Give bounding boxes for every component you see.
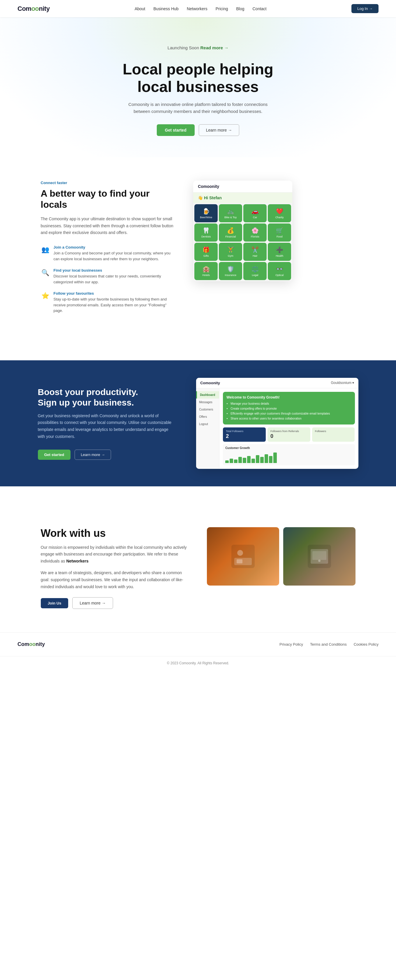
work-image-1 — [207, 527, 279, 585]
nav-link-about[interactable]: About — [135, 6, 146, 11]
app-category-bike-&-toy[interactable]: 🚲Bike & Toy — [219, 204, 242, 222]
feature-icon-2: ⭐ — [41, 291, 50, 301]
get-started-button[interactable]: Get started — [157, 124, 195, 136]
app-category-dentists[interactable]: 🦷Dentists — [194, 223, 218, 242]
app-category-florists[interactable]: 🌸Florists — [243, 223, 267, 242]
dashboard-body: DashboardMessagesCustomersOffersLogout W… — [196, 388, 358, 469]
boost-title: Boost your productivity. Sign up your bu… — [38, 387, 173, 408]
app-category-car[interactable]: 🚗Car — [243, 204, 267, 222]
work-right — [207, 527, 355, 585]
sidebar-item-offers[interactable]: Offers — [196, 413, 219, 420]
hero-badge: Launching Soon Read more → — [168, 45, 228, 51]
welcome-bullets: Manage your business detailsCreate compe… — [227, 401, 351, 421]
chart-bar — [269, 456, 272, 463]
learn-more-button[interactable]: Learn more → — [199, 124, 239, 136]
chart-bar — [265, 454, 268, 463]
feature-item-0: 👥 Join a Comoonity Join a Comoony and be… — [41, 245, 176, 262]
hero-badge-link[interactable]: Read more → — [200, 45, 228, 50]
sidebar-item-dashboard[interactable]: Dashboard — [196, 391, 219, 399]
boost-get-started-button[interactable]: Get started — [38, 450, 71, 460]
dashboard-welcome: Welcome to Comoonity Growth! Manage your… — [223, 392, 355, 425]
hero-section: Launching Soon Read more → Local people … — [0, 17, 396, 157]
chart-bar — [260, 457, 264, 463]
footer-link-terms-and-conditions[interactable]: Terms and Conditions — [310, 642, 347, 646]
footer: Comoonity Privacy PolicyTerms and Condit… — [0, 632, 396, 656]
nav-link-pricing[interactable]: Pricing — [215, 6, 228, 11]
connect-left: Connect faster A better way to find your… — [41, 181, 176, 320]
svg-point-7 — [318, 560, 320, 562]
app-grid: 🍺Beer/Wine🚲Bike & Toy🚗Car❤️Charity🦷Denti… — [193, 203, 292, 281]
mockup-greeting: 👋 Hi Stefan — [193, 192, 292, 203]
connect-right: Comoonity 👋 Hi Stefan 🍺Beer/Wine🚲Bike & … — [193, 181, 355, 281]
boost-right: Comoonity Gouldsonium ▾ DashboardMessage… — [196, 378, 358, 469]
footer-links: Privacy PolicyTerms and ConditionsCookie… — [279, 642, 379, 646]
app-category-gifts[interactable]: 🎁Gifts — [194, 243, 218, 261]
connect-label: Connect faster — [41, 181, 176, 185]
svg-rect-3 — [237, 559, 242, 563]
footer-copyright: © 2023 Comoonity. All Rights Reserved. — [0, 656, 396, 670]
chart-bar — [273, 452, 277, 463]
nav-link-blog[interactable]: Blog — [236, 6, 244, 11]
boost-left: Boost your productivity. Sign up your bu… — [38, 387, 173, 460]
app-category-insurance[interactable]: 🛡️Insurance — [219, 262, 242, 280]
join-us-button[interactable]: Join Us — [41, 598, 68, 608]
app-category-hotels[interactable]: 🏨Hotels — [194, 262, 218, 280]
features-list: 👥 Join a Comoonity Join a Comoony and be… — [41, 245, 176, 313]
nav-link-business-hub[interactable]: Business Hub — [153, 6, 178, 11]
navbar: Comoonity AboutBusiness HubNetworkersPri… — [0, 0, 396, 17]
dashboard-header: Comoonity Gouldsonium ▾ — [196, 378, 358, 388]
app-category-charity[interactable]: ❤️Charity — [268, 204, 291, 222]
hero-description: Comoonity is an innovative online platfo… — [128, 101, 268, 115]
app-category-gym[interactable]: 🏋️Gym — [219, 243, 242, 261]
boost-learn-more-button[interactable]: Learn more → — [74, 450, 111, 460]
sidebar-item-logout[interactable]: Logout — [196, 420, 219, 428]
feature-text-1: Find your local businesses Discover loca… — [54, 267, 176, 285]
logo[interactable]: Comoonity — [17, 5, 49, 13]
nav-link-networkers[interactable]: Networkers — [187, 6, 208, 11]
nav-link-contact[interactable]: Contact — [253, 6, 267, 11]
chart-bar — [230, 459, 233, 463]
dashboard-sidebar: DashboardMessagesCustomersOffersLogout — [196, 388, 219, 469]
app-mockup: Comoonity 👋 Hi Stefan 🍺Beer/Wine🚲Bike & … — [193, 181, 292, 281]
work-image-2 — [283, 527, 355, 585]
app-category-optical[interactable]: 👓Optical — [268, 262, 291, 280]
login-button[interactable]: Log In → — [352, 4, 379, 13]
work-desc1: Our mission is empowered by individuals … — [41, 544, 189, 565]
sidebar-item-customers[interactable]: Customers — [196, 406, 219, 413]
work-desc2: We are a team of strategists, designers,… — [41, 570, 189, 590]
work-section: Work with us Our mission is empowered by… — [23, 504, 373, 633]
work-learn-more-button[interactable]: Learn more → — [72, 597, 113, 609]
app-category-legal[interactable]: ⚖️Legal — [243, 262, 267, 280]
chart-bar — [243, 458, 246, 463]
work-buttons: Join Us Learn more → — [41, 597, 189, 609]
app-category-hair[interactable]: ✂️Hair — [243, 243, 267, 261]
dashboard-mockup: Comoonity Gouldsonium ▾ DashboardMessage… — [196, 378, 358, 469]
chart-bar — [238, 457, 242, 463]
feature-icon-1: 🔍 — [41, 268, 50, 277]
feature-item-2: ⭐ Follow your favourites Stay up-to-date… — [41, 291, 176, 313]
app-category-health[interactable]: ➕Health — [268, 243, 291, 261]
connect-description: The Comoonity app is your ultimate desti… — [41, 216, 176, 236]
boost-section: Boost your productivity. Sign up your bu… — [0, 360, 396, 486]
app-category-financial[interactable]: 💰Financial — [219, 223, 242, 242]
hero-buttons: Get started Learn more → — [157, 124, 239, 136]
sidebar-item-messages[interactable]: Messages — [196, 399, 219, 406]
stat-card-0: Total Followers2 — [223, 428, 266, 442]
work-title: Work with us — [41, 527, 189, 539]
boost-inner: Boost your productivity. Sign up your bu… — [38, 360, 358, 486]
footer-link-privacy-policy[interactable]: Privacy Policy — [279, 642, 303, 646]
dashboard-chart: Customer Growth — [223, 444, 355, 465]
app-category-beer/wine[interactable]: 🍺Beer/Wine — [194, 204, 218, 222]
chart-bar — [256, 455, 259, 463]
boost-buttons: Get started Learn more → — [38, 450, 173, 460]
chart-bar — [234, 460, 238, 463]
footer-link-cookies-policy[interactable]: Cookies Policy — [354, 642, 379, 646]
nav-links: AboutBusiness HubNetworkersPricingBlogCo… — [135, 6, 267, 11]
dashboard-stats: Total Followers2Followers from Referrals… — [223, 428, 355, 442]
app-category-food[interactable]: 🛒Food — [268, 223, 291, 242]
stat-card-1: Followers from Referrals0 — [268, 428, 310, 442]
feature-text-0: Join a Comoonity Join a Comoony and beco… — [54, 245, 176, 262]
dashboard-main: Welcome to Comoonity Growth! Manage your… — [219, 388, 358, 469]
connect-title: A better way to find your locals — [41, 188, 176, 210]
boost-description: Get your business registered with Comoon… — [38, 412, 173, 440]
